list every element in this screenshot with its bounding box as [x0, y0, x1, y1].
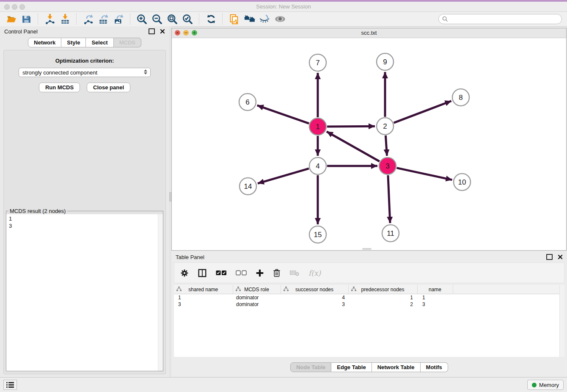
minimize-window-button[interactable]: [12, 4, 17, 10]
graph-edge-1-6[interactable]: [257, 105, 309, 124]
table-panel-title: Table Panel: [176, 254, 204, 260]
toolbar-separator: [222, 14, 223, 25]
tab-style[interactable]: Style: [61, 38, 86, 47]
export-table-icon[interactable]: [96, 12, 110, 26]
toolbar-separator: [76, 14, 77, 25]
title-bar: Session: New Session: [0, 2, 567, 12]
delete-column-icon[interactable]: [273, 269, 281, 277]
graph-node-10[interactable]: 10: [454, 174, 471, 190]
export-image-icon[interactable]: [112, 12, 126, 26]
application-window: Session: New Session Control Panel: [0, 0, 567, 392]
float-panel-icon[interactable]: [149, 28, 155, 34]
graph-node-8[interactable]: 8: [452, 89, 469, 106]
graph-node-6[interactable]: 6: [239, 94, 256, 110]
graph-edge-3-1[interactable]: [327, 132, 380, 161]
graph-edge-3-10[interactable]: [397, 168, 452, 180]
graph-edge-4-14[interactable]: [258, 168, 309, 183]
column-header-shared-name[interactable]: shared name: [174, 285, 233, 294]
import-table-icon[interactable]: [58, 12, 72, 26]
svg-text:10: 10: [458, 178, 466, 186]
graph-edge-2-8[interactable]: [394, 101, 451, 123]
table-cell: 4: [281, 294, 348, 301]
close-table-panel-icon[interactable]: [558, 254, 563, 259]
show-column-icon[interactable]: [198, 268, 207, 278]
tab-network[interactable]: Network: [28, 38, 61, 47]
search-icon: [442, 16, 448, 22]
zoom-network-button[interactable]: [192, 30, 197, 36]
save-session-icon[interactable]: [19, 12, 33, 26]
graph-node-4[interactable]: 4: [309, 157, 326, 174]
close-window-button[interactable]: [4, 4, 10, 10]
unselect-all-icon[interactable]: [236, 270, 247, 276]
run-mcds-button[interactable]: Run MCDS: [39, 83, 80, 92]
tab-motifs[interactable]: Motifs: [421, 362, 448, 372]
zoom-selected-icon[interactable]: [181, 12, 195, 26]
network-canvas[interactable]: 7968124314101511: [172, 38, 566, 250]
column-header-mcds-role[interactable]: MCDS role: [233, 285, 281, 294]
hide-graphics-details-icon[interactable]: [258, 12, 272, 26]
svg-text:9: 9: [383, 58, 387, 66]
graph-node-1[interactable]: 1: [309, 118, 326, 135]
open-session-icon[interactable]: [4, 12, 18, 26]
graph-node-7[interactable]: 7: [309, 54, 326, 71]
select-all-icon[interactable]: [216, 270, 227, 276]
table-row[interactable]: 3dominator323: [174, 301, 564, 308]
tab-edge-table[interactable]: Edge Table: [331, 362, 372, 372]
graph-node-3[interactable]: 3: [379, 157, 396, 174]
result-scrollbar[interactable]: [158, 214, 163, 371]
export-network-icon[interactable]: [81, 12, 95, 26]
column-tree-icon: [236, 287, 241, 293]
table-cell-filler: [453, 301, 564, 308]
graph-node-11[interactable]: 11: [382, 225, 399, 242]
svg-text:14: 14: [244, 182, 252, 190]
close-network-button[interactable]: [175, 30, 180, 36]
graph-node-15[interactable]: 15: [309, 226, 326, 243]
minimize-network-button[interactable]: [183, 30, 189, 36]
clone-network-icon[interactable]: [227, 12, 241, 26]
close-panel-button[interactable]: Close panel: [87, 83, 130, 92]
show-graphics-details-icon[interactable]: [273, 12, 287, 26]
task-history-button[interactable]: [3, 380, 17, 390]
table-cell: 3: [417, 301, 453, 308]
svg-text:6: 6: [245, 98, 249, 106]
graph-node-2[interactable]: 2: [377, 118, 394, 135]
canvas-hscroll-thumb[interactable]: [362, 248, 372, 250]
import-network-icon[interactable]: [43, 12, 57, 26]
tab-select[interactable]: Select: [86, 38, 113, 47]
table-scrollbar[interactable]: [559, 285, 564, 357]
select-stepper-icon: [144, 69, 147, 75]
graph-node-9[interactable]: 9: [377, 53, 394, 70]
tab-node-table[interactable]: Node Table: [290, 362, 331, 372]
search-input[interactable]: [438, 14, 562, 24]
column-header-name[interactable]: name: [417, 285, 453, 294]
zoom-in-icon[interactable]: [135, 12, 149, 26]
optimization-criterion-select[interactable]: strongly connected component: [19, 68, 151, 77]
delete-table-icon[interactable]: [289, 269, 300, 277]
svg-text:7: 7: [316, 59, 319, 67]
graph-node-14[interactable]: 14: [239, 178, 256, 195]
column-header-successor-nodes[interactable]: successor nodes: [281, 285, 348, 294]
add-column-icon[interactable]: [256, 269, 264, 277]
column-header-predecessor-nodes[interactable]: predecessor nodes: [348, 285, 417, 294]
zoom-fit-icon[interactable]: [165, 12, 179, 26]
tab-mcds[interactable]: MCDS: [114, 38, 141, 47]
memory-button[interactable]: Memory: [527, 380, 564, 390]
close-panel-icon[interactable]: [160, 29, 165, 34]
float-table-panel-icon[interactable]: [546, 254, 553, 260]
table-cell: dominator: [233, 301, 281, 308]
table-cell-filler: [453, 294, 564, 301]
graph-edge-2-3[interactable]: [385, 135, 387, 156]
refresh-styles-icon[interactable]: [204, 12, 218, 26]
table-settings-gear-icon[interactable]: [180, 269, 189, 277]
toolbar-separator: [199, 14, 200, 25]
graph-edge-1-2[interactable]: [327, 126, 375, 127]
table-row[interactable]: 1dominator411: [174, 294, 564, 301]
zoom-window-button[interactable]: [19, 4, 25, 10]
svg-text:11: 11: [387, 229, 394, 237]
first-neighbors-icon[interactable]: [242, 12, 256, 26]
zoom-out-icon[interactable]: [150, 12, 164, 26]
tab-network-table[interactable]: Network Table: [372, 362, 421, 372]
function-builder-icon[interactable]: f(x): [308, 269, 321, 277]
graph-edge-3-11[interactable]: [388, 175, 390, 223]
optimization-criterion-value: strongly connected component: [22, 69, 97, 76]
